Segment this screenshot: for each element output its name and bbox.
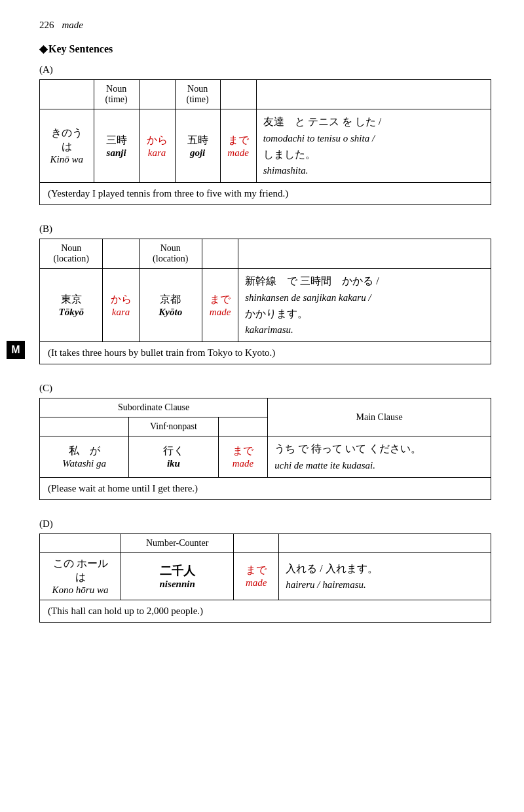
b-col5-line2-jp: かかります。 bbox=[245, 305, 484, 322]
section-d-data-row: この ホール は Kono hōru wa 二千人 nisennin まで ma… bbox=[40, 552, 491, 600]
section-a: (A) Noun(time) Noun(time) きのう は Kinō wa bbox=[39, 64, 491, 205]
section-a-header-row: Noun(time) Noun(time) bbox=[40, 80, 491, 109]
b-col3-romaji: Kyōto bbox=[146, 307, 195, 318]
a-col4-jp: 五時 bbox=[182, 134, 214, 147]
section-c-header-row1: Subordinate Clause Main Clause bbox=[40, 398, 491, 417]
section-d-header-row: Number-Counter bbox=[40, 533, 491, 552]
a-col6-line1-romaji: tomodachi to tenisu o shita / bbox=[263, 130, 484, 146]
section-d-table-wrapper: Number-Counter この ホール は Kono hōru wa 二千人… bbox=[39, 533, 491, 623]
b-h2 bbox=[103, 239, 139, 269]
section-c: (C) Subordinate Clause Main Clause Vinf·… bbox=[39, 383, 491, 500]
b-col4-romaji: made bbox=[209, 307, 231, 318]
d-col3-romaji: made bbox=[240, 577, 272, 589]
c-col1-romaji: Watashi ga bbox=[47, 458, 122, 469]
d-h4 bbox=[279, 533, 491, 552]
section-d-translation-row: (This hall can hold up to 2,000 people.) bbox=[40, 600, 491, 622]
b-col1-romaji: Tōkyō bbox=[47, 307, 96, 318]
b-h3: Noun(location) bbox=[139, 239, 202, 269]
section-title: ◆Key Sentences bbox=[39, 43, 491, 55]
diamond-icon: ◆ bbox=[39, 43, 47, 54]
section-c-label: (C) bbox=[39, 383, 491, 394]
c-col3-jp: まで bbox=[225, 444, 261, 458]
b-h1: Noun(location) bbox=[40, 239, 103, 269]
a-h3 bbox=[139, 80, 175, 109]
c-col2-jp: 行く bbox=[136, 444, 211, 458]
page-number: 226 bbox=[39, 20, 54, 31]
b-col2: から kara bbox=[103, 269, 139, 342]
side-marker: M bbox=[7, 341, 25, 359]
a-h4: Noun(time) bbox=[175, 80, 220, 109]
b-h4 bbox=[202, 239, 238, 269]
section-b-translation-row: (It takes three hours by bullet train fr… bbox=[40, 342, 491, 364]
section-c-table: Subordinate Clause Main Clause Vinf·nonp… bbox=[39, 398, 491, 500]
a-col5-romaji: made bbox=[227, 147, 250, 159]
section-a-label: (A) bbox=[39, 64, 491, 75]
d-col1-jp: この ホール は bbox=[47, 557, 114, 585]
section-d: (D) Number-Counter この ホール は Kono hōru wa bbox=[39, 518, 491, 623]
c-col1: 私 が Watashi ga bbox=[40, 436, 129, 478]
section-c-data-row: 私 が Watashi ga 行く iku まで made うち で 待って い… bbox=[40, 436, 491, 478]
d-h3 bbox=[234, 533, 279, 552]
c-sub-header: Subordinate Clause bbox=[40, 398, 268, 417]
section-b-label: (B) bbox=[39, 223, 491, 235]
section-b-data-row: 東京 Tōkyō から kara 京都 Kyōto まで made bbox=[40, 269, 491, 342]
section-d-table: Number-Counter この ホール は Kono hōru wa 二千人… bbox=[39, 533, 491, 623]
b-col2-romaji: kara bbox=[109, 307, 132, 318]
section-a-table-wrapper: Noun(time) Noun(time) きのう は Kinō wa 三時 s… bbox=[39, 79, 491, 205]
a-col2-romaji: sanji bbox=[101, 147, 132, 159]
section-b-table-wrapper: Noun(location) Noun(location) 東京 Tōkyō か… bbox=[39, 239, 491, 364]
a-col2-jp: 三時 bbox=[101, 134, 132, 147]
d-h1 bbox=[40, 533, 121, 552]
c-col2: 行く iku bbox=[129, 436, 218, 478]
b-col1: 東京 Tōkyō bbox=[40, 269, 103, 342]
page-title: made bbox=[62, 20, 84, 31]
section-c-translation-row: (Please wait at home until I get there.) bbox=[40, 477, 491, 499]
b-h5 bbox=[238, 239, 491, 269]
c-h2: Vinf·nonpast bbox=[129, 417, 218, 436]
a-col3: から kara bbox=[139, 109, 175, 183]
b-col3-jp: 京都 bbox=[146, 293, 195, 307]
section-c-table-wrapper: Subordinate Clause Main Clause Vinf·nonp… bbox=[39, 398, 491, 500]
c-col1-jp: 私 が bbox=[47, 444, 122, 458]
c-col4-romaji: uchi de matte ite kudasai. bbox=[274, 457, 484, 473]
a-col4-romaji: goji bbox=[182, 147, 214, 159]
section-d-label: (D) bbox=[39, 518, 491, 530]
a-col6-line2-jp: しました。 bbox=[263, 146, 484, 163]
b-col5-line2-romaji: kakarimasu. bbox=[245, 322, 484, 338]
b-col4: まで made bbox=[202, 269, 238, 342]
d-col4: 入れる / 入れます。 haireru / hairemasu. bbox=[279, 552, 491, 600]
section-b-header-row: Noun(location) Noun(location) bbox=[40, 239, 491, 269]
d-col3: まで made bbox=[234, 552, 279, 600]
b-col5-line1-romaji: shinkansen de sanjikan kakaru / bbox=[245, 290, 484, 305]
a-col1: きのう は Kinō wa bbox=[40, 109, 94, 183]
a-h1 bbox=[40, 80, 94, 109]
a-col6-line2-romaji: shimashita. bbox=[263, 163, 484, 178]
c-col4: うち で 待って いて ください。 uchi de matte ite kuda… bbox=[268, 436, 491, 478]
d-translation: (This hall can hold up to 2,000 people.) bbox=[40, 600, 491, 622]
c-col2-romaji: iku bbox=[136, 458, 211, 469]
d-col3-jp: まで bbox=[240, 564, 272, 577]
section-a-table: Noun(time) Noun(time) きのう は Kinō wa 三時 s… bbox=[39, 79, 491, 205]
b-col5-line1-jp: 新幹線 で 三時間 かかる / bbox=[245, 273, 484, 290]
d-col2: 二千人 nisennin bbox=[121, 552, 234, 600]
section-a-translation-row: (Yesterday I played tennis from three to… bbox=[40, 183, 491, 205]
a-col6-line1-jp: 友達 と テニス を した / bbox=[263, 113, 484, 130]
a-col1-romaji: Kinō wa bbox=[47, 154, 87, 165]
d-col4-jp: 入れる / 入れます。 bbox=[286, 560, 484, 577]
a-col2: 三時 sanji bbox=[94, 109, 139, 183]
d-col1-romaji: Kono hōru wa bbox=[47, 585, 114, 596]
b-col5: 新幹線 で 三時間 かかる / shinkansen de sanjikan k… bbox=[238, 269, 491, 342]
a-translation: (Yesterday I played tennis from three to… bbox=[40, 183, 491, 205]
c-col3-romaji: made bbox=[225, 458, 261, 469]
b-col3: 京都 Kyōto bbox=[139, 269, 202, 342]
c-h3 bbox=[218, 417, 268, 436]
a-col6: 友達 と テニス を した / tomodachi to tenisu o sh… bbox=[256, 109, 491, 183]
a-col5: まで made bbox=[220, 109, 256, 183]
a-col5-jp: まで bbox=[227, 134, 250, 147]
section-b-table: Noun(location) Noun(location) 東京 Tōkyō か… bbox=[39, 239, 491, 364]
d-col2-jp: 二千人 bbox=[128, 563, 227, 579]
d-col2-romaji: nisennin bbox=[128, 579, 227, 590]
d-h2: Number-Counter bbox=[121, 533, 234, 552]
b-col2-jp: から bbox=[109, 293, 132, 307]
section-a-data-row: きのう は Kinō wa 三時 sanji から kara 五時 goji bbox=[40, 109, 491, 183]
